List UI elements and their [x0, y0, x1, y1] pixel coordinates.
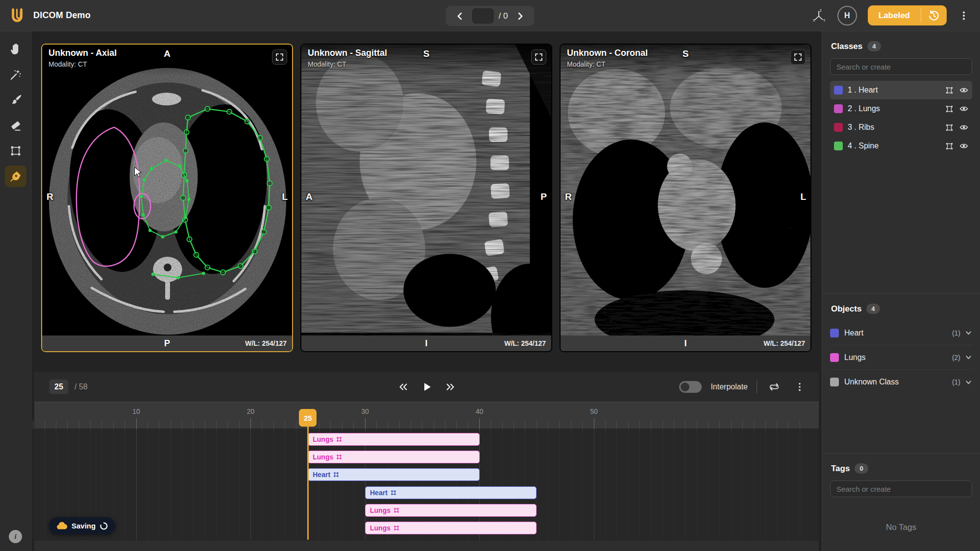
- eye-icon[interactable]: [959, 104, 968, 113]
- timeline-bar-heart[interactable]: Heart: [365, 486, 537, 499]
- bounding-box-glyph-icon: [333, 472, 339, 478]
- labeled-status-button[interactable]: Labeled: [868, 5, 947, 25]
- viewport-sagittal[interactable]: Unknown - Sagittal Modality: CT S A P I …: [300, 44, 552, 352]
- ruler-tick: [33, 421, 33, 429]
- viewport-footer: I W/L: 254/127: [561, 335, 810, 351]
- orientation-marker-bottom: P: [164, 338, 170, 349]
- app-window: DICOM Demo / 0 Z X Y: [0, 0, 980, 551]
- timeline-bar-lungs[interactable]: Lungs: [308, 433, 479, 446]
- fullscreen-icon[interactable]: [531, 49, 546, 65]
- frame-number-input[interactable]: [472, 8, 494, 24]
- classes-search-input[interactable]: [830, 58, 972, 75]
- ct-sagittal-image[interactable]: [301, 45, 551, 351]
- tags-search-input[interactable]: [830, 480, 972, 497]
- fullscreen-icon[interactable]: [272, 49, 287, 65]
- class-row-lungs[interactable]: 2 . Lungs: [830, 99, 972, 118]
- timeline-bar-lungs[interactable]: Lungs: [308, 451, 479, 463]
- eraser-tool-icon[interactable]: [5, 115, 26, 136]
- window-level-label: W/L: 254/127: [504, 339, 546, 347]
- playhead-badge[interactable]: 25: [299, 409, 317, 427]
- timeline-bar-lungs[interactable]: Lungs: [365, 504, 537, 517]
- ct-axial-image[interactable]: [42, 45, 292, 351]
- timeline-panel: / 58 Int: [34, 372, 819, 551]
- history-icon[interactable]: [921, 5, 947, 25]
- viewport-axial[interactable]: Unknown - Axial Modality: CT A R L P W/L…: [41, 44, 293, 352]
- class-label: 4 . Spine: [848, 142, 879, 150]
- object-count: (1): [952, 329, 960, 337]
- chevron-down-icon[interactable]: [965, 379, 972, 386]
- viewport-modality: Modality: CT: [49, 60, 87, 68]
- orientation-marker-right: L: [800, 192, 806, 202]
- top-bar: DICOM Demo / 0 Z X Y: [0, 0, 980, 31]
- timeline-bar-lungs[interactable]: Lungs: [365, 522, 537, 534]
- viewport-grid: Unknown - Axial Modality: CT A R L P W/L…: [31, 31, 822, 372]
- svg-text:X: X: [813, 19, 815, 22]
- orientation-marker-left: R: [47, 192, 53, 202]
- bounding-box-glyph-icon: [391, 490, 396, 496]
- user-avatar[interactable]: H: [837, 6, 857, 25]
- orientation-marker-top: S: [423, 48, 430, 59]
- project-title: DICOM Demo: [33, 10, 91, 21]
- object-count: (2): [952, 354, 960, 361]
- brush-tool-icon[interactable]: [5, 89, 26, 111]
- object-row-lungs[interactable]: Lungs(2): [830, 345, 972, 370]
- frame-pager: / 0: [446, 6, 535, 26]
- class-label: 1 . Heart: [848, 86, 878, 95]
- timeline-bar-heart[interactable]: Heart: [308, 468, 479, 481]
- class-list: 1 . Heart2 . Lungs3 . Ribs4 . Spine: [830, 81, 972, 155]
- bar-label: Lungs: [313, 453, 333, 461]
- object-label: Heart: [844, 329, 863, 337]
- eye-icon[interactable]: [959, 86, 968, 95]
- class-color-swatch: [834, 86, 843, 95]
- polygon-icon[interactable]: [945, 105, 954, 113]
- prev-frame-button[interactable]: [453, 9, 467, 24]
- encord-logo-icon[interactable]: [8, 6, 26, 25]
- info-icon[interactable]: i: [9, 530, 22, 543]
- tags-title: Tags: [831, 464, 850, 474]
- bar-label: Lungs: [370, 506, 391, 514]
- pen-tool-icon[interactable]: [5, 166, 26, 187]
- polygon-icon[interactable]: [945, 123, 954, 132]
- class-row-heart[interactable]: 1 . Heart: [830, 81, 972, 99]
- polygon-icon[interactable]: [945, 142, 954, 150]
- object-color-swatch: [830, 353, 839, 362]
- bounding-box-glyph-icon: [336, 436, 342, 442]
- fullscreen-icon[interactable]: [790, 49, 806, 65]
- class-row-ribs[interactable]: 3 . Ribs: [830, 118, 972, 137]
- object-row-unknown-class[interactable]: Unknown Class(1): [830, 370, 972, 394]
- track-gridline: [33, 429, 33, 540]
- magic-wand-icon[interactable]: [5, 64, 26, 85]
- chevron-down-icon[interactable]: [965, 354, 972, 361]
- bar-label: Heart: [370, 489, 388, 497]
- objects-count-badge: 4: [866, 304, 880, 314]
- bounding-box-tool-icon[interactable]: [5, 140, 26, 162]
- viewport-title: Unknown - Sagittal: [308, 48, 387, 58]
- viewport-coronal[interactable]: Unknown - Coronal Modality: CT S R L I W…: [560, 44, 811, 352]
- object-color-swatch: [830, 329, 839, 337]
- bounding-box-glyph-icon: [393, 507, 399, 513]
- class-row-spine[interactable]: 4 . Spine: [830, 137, 972, 155]
- axis-3d-icon[interactable]: Z X Y: [811, 8, 827, 24]
- more-menu-icon[interactable]: [957, 9, 970, 22]
- object-label: Unknown Class: [844, 378, 899, 386]
- orientation-marker-bottom: I: [684, 338, 686, 349]
- eye-icon[interactable]: [959, 142, 968, 150]
- svg-text:Y: Y: [823, 19, 826, 22]
- playhead-line[interactable]: [307, 426, 309, 540]
- chevron-down-icon[interactable]: [965, 329, 972, 336]
- object-color-swatch: [830, 378, 839, 386]
- viewport-title: Unknown - Coronal: [567, 48, 648, 58]
- frame-total-label: / 0: [499, 11, 508, 21]
- objects-title: Objects: [831, 304, 861, 314]
- ct-coronal-image[interactable]: [561, 45, 810, 351]
- polygon-icon[interactable]: [945, 86, 954, 95]
- orientation-marker-left: R: [565, 192, 572, 202]
- bounding-box-glyph-icon: [336, 454, 342, 460]
- next-frame-button[interactable]: [513, 9, 527, 24]
- eye-icon[interactable]: [959, 123, 968, 132]
- object-row-heart[interactable]: Heart(1): [830, 321, 972, 345]
- svg-text:Z: Z: [820, 8, 822, 12]
- cloud-icon: [56, 522, 67, 530]
- bounding-box-glyph-icon: [393, 525, 399, 531]
- hand-tool-icon[interactable]: [5, 38, 26, 60]
